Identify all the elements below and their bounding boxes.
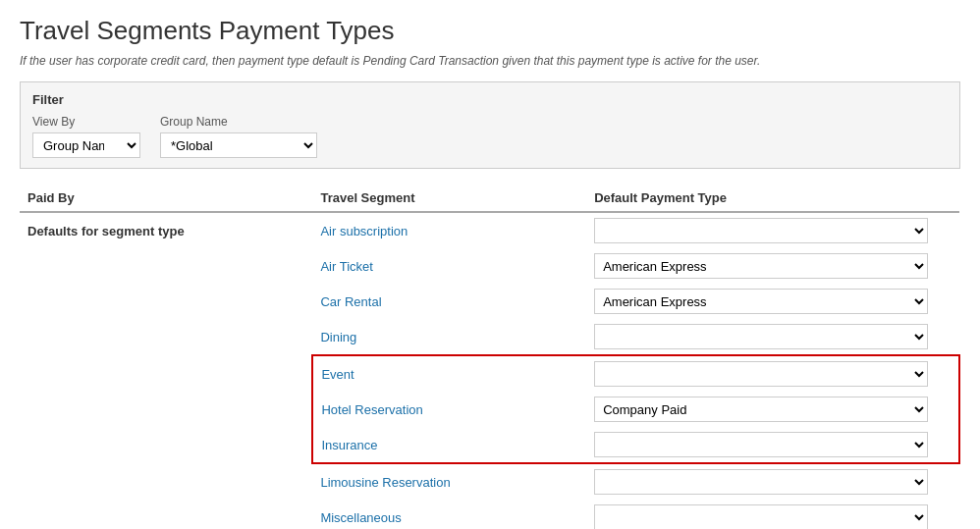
segment-link[interactable]: Dining	[320, 330, 356, 344]
cell-paid-by	[20, 500, 312, 529]
main-table: Paid By Travel Segment Default Payment T…	[20, 185, 960, 529]
segment-link[interactable]: Air subscription	[320, 224, 408, 238]
cell-payment-type: American ExpressCompany Paid	[586, 319, 959, 355]
group-name-select[interactable]: *Global	[160, 132, 317, 158]
cell-payment-type: American ExpressCompany Paid	[586, 463, 959, 500]
cell-payment-type: American ExpressCompany Paid	[586, 284, 959, 319]
table-row: InsuranceAmerican ExpressCompany Paid	[20, 427, 959, 463]
filter-label: Filter	[32, 92, 948, 107]
cell-paid-by	[20, 392, 312, 427]
payment-type-select[interactable]: American ExpressCompany Paid	[594, 361, 928, 387]
segment-link[interactable]: Hotel Reservation	[321, 402, 422, 417]
group-name-label: Group Name	[160, 115, 317, 129]
payment-type-select[interactable]: American ExpressCompany Paid	[594, 432, 928, 457]
segment-link[interactable]: Air Ticket	[320, 259, 372, 274]
segment-link[interactable]: Miscellaneous	[320, 510, 401, 525]
table-row: DiningAmerican ExpressCompany Paid	[20, 319, 959, 355]
table-row: MiscellaneousAmerican ExpressCompany Pai…	[20, 500, 959, 529]
cell-travel-segment: Hotel Reservation	[312, 392, 586, 427]
view-by-label: View By	[32, 115, 140, 129]
payment-type-select[interactable]: American ExpressCompany Paid	[594, 218, 928, 243]
cell-paid-by	[20, 355, 312, 392]
table-body: Defaults for segment typeAir subscriptio…	[20, 212, 959, 529]
cell-payment-type: American ExpressCompany Paid	[586, 212, 959, 248]
cell-travel-segment: Insurance	[312, 427, 586, 463]
cell-paid-by	[20, 427, 312, 463]
table-row: EventAmerican ExpressCompany Paid	[20, 355, 959, 392]
paid-by-value: Defaults for segment type	[27, 224, 185, 238]
th-default-payment: Default Payment Type	[586, 185, 959, 212]
segment-link[interactable]: Insurance	[321, 438, 377, 452]
table-row: Defaults for segment typeAir subscriptio…	[20, 212, 959, 248]
th-paid-by: Paid By	[20, 185, 312, 212]
table-header: Paid By Travel Segment Default Payment T…	[20, 185, 959, 212]
cell-travel-segment: Limousine Reservation	[312, 463, 586, 500]
cell-paid-by: Defaults for segment type	[20, 212, 312, 248]
cell-payment-type: American ExpressCompany Paid	[586, 427, 959, 463]
segment-link[interactable]: Limousine Reservation	[320, 475, 450, 490]
cell-travel-segment: Air subscription	[312, 212, 586, 248]
payment-type-select[interactable]: American ExpressCompany Paid	[594, 289, 928, 314]
th-travel-segment: Travel Segment	[312, 185, 586, 212]
cell-travel-segment: Car Rental	[312, 284, 586, 319]
table-row: Car RentalAmerican ExpressCompany Paid	[20, 284, 959, 319]
payment-type-select[interactable]: American ExpressCompany Paid	[594, 504, 928, 529]
cell-paid-by	[20, 463, 312, 500]
segment-link[interactable]: Event	[321, 367, 354, 382]
cell-travel-segment: Air Ticket	[312, 248, 586, 284]
table-row: Limousine ReservationAmerican ExpressCom…	[20, 463, 959, 500]
cell-payment-type: American ExpressCompany Paid	[586, 248, 959, 284]
cell-travel-segment: Dining	[312, 319, 586, 355]
cell-paid-by	[20, 248, 312, 284]
filter-section: Filter View By Group Name Group Name *Gl…	[20, 81, 960, 169]
group-name-group: Group Name *Global	[160, 115, 317, 158]
cell-payment-type: American ExpressCompany Paid	[586, 392, 959, 427]
segment-link[interactable]: Car Rental	[320, 294, 381, 309]
payment-type-select[interactable]: American ExpressCompany Paid	[594, 324, 928, 349]
page-container: Travel Segments Payment Types If the use…	[0, 0, 980, 529]
page-title: Travel Segments Payment Types	[20, 16, 960, 46]
view-by-group: View By Group Name	[32, 115, 140, 158]
cell-paid-by	[20, 319, 312, 355]
cell-travel-segment: Miscellaneous	[312, 500, 586, 529]
payment-type-select[interactable]: American ExpressCompany Paid	[594, 397, 928, 422]
cell-payment-type: American ExpressCompany Paid	[586, 500, 959, 529]
payment-type-select[interactable]: American ExpressCompany Paid	[594, 469, 928, 495]
view-by-select[interactable]: Group Name	[32, 132, 140, 158]
cell-travel-segment: Event	[312, 355, 586, 392]
table-row: Air TicketAmerican ExpressCompany Paid	[20, 248, 959, 284]
filter-row: View By Group Name Group Name *Global	[32, 115, 948, 158]
cell-payment-type: American ExpressCompany Paid	[586, 355, 959, 392]
payment-type-select[interactable]: American ExpressCompany Paid	[594, 253, 928, 279]
table-row: Hotel ReservationAmerican ExpressCompany…	[20, 392, 959, 427]
cell-paid-by	[20, 284, 312, 319]
page-subtitle: If the user has corporate credit card, t…	[20, 54, 960, 68]
